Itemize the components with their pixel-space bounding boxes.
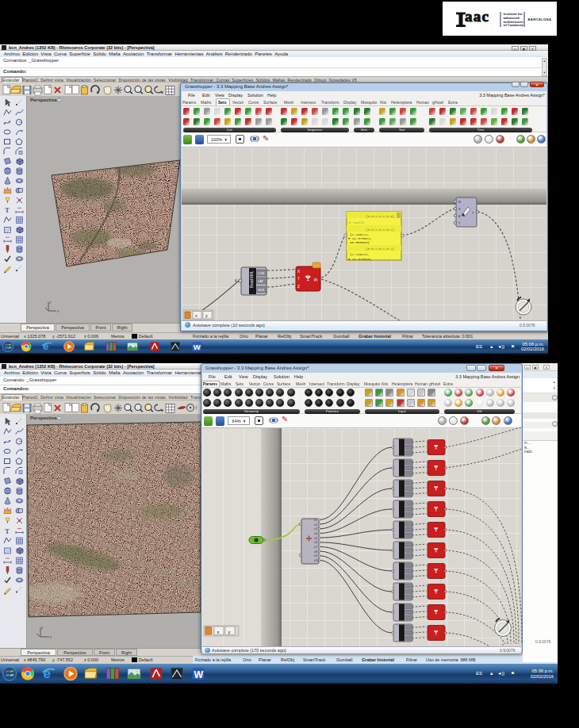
svg-text:c5: c5	[314, 537, 317, 540]
svg-text:c7: c7	[314, 546, 317, 549]
svg-text:c4: c4	[314, 532, 317, 535]
svg-text:c2: c2	[314, 523, 317, 527]
svg-text:c10: c10	[314, 559, 319, 562]
svg-text:c6: c6	[314, 541, 317, 544]
svg-text:c1: c1	[314, 519, 317, 522]
svg-text:y: y	[228, 630, 231, 634]
svg-text:c9: c9	[314, 554, 317, 557]
svg-text:c3: c3	[314, 527, 317, 531]
svg-text:x: x	[217, 630, 220, 634]
svg-text:c8: c8	[314, 550, 317, 554]
